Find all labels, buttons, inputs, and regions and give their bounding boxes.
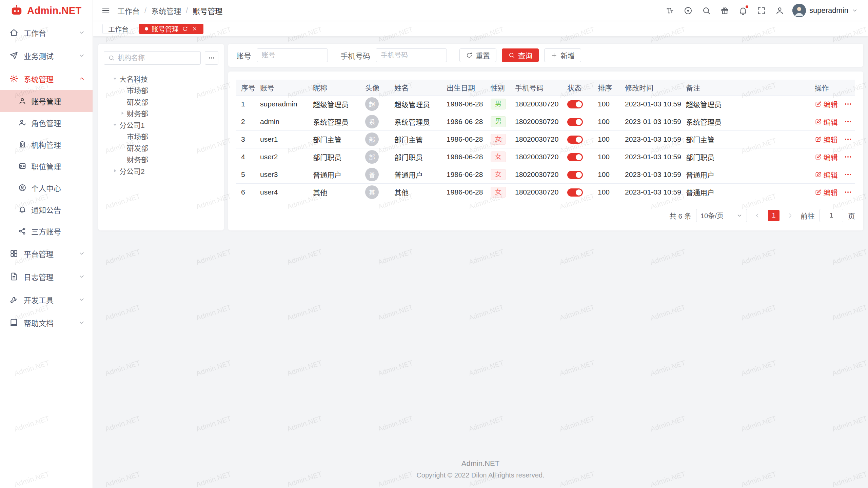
tree-more-button[interactable]: [205, 51, 218, 65]
caret-down-icon[interactable]: [111, 75, 119, 82]
breadcrumb-item-1[interactable]: 系统管理: [151, 5, 181, 16]
sidebar-subitem-2-0[interactable]: 账号管理: [0, 90, 93, 112]
sidebar-item-6[interactable]: 帮助文档: [0, 311, 93, 334]
logo[interactable]: Admin.NET: [0, 0, 93, 21]
sidebar-subitem-2-2[interactable]: 机构管理: [0, 134, 93, 155]
sidebar-subitem-2-6[interactable]: 三方账号: [0, 220, 93, 242]
breadcrumb-item-0[interactable]: 工作台: [117, 5, 140, 16]
column-header-10: 修改时间: [620, 80, 681, 95]
sidebar-subitem-2-1[interactable]: 角色管理: [0, 112, 93, 134]
reset-button[interactable]: 重置: [459, 48, 496, 62]
account-table: 序号账号昵称头像姓名出生日期性别手机号码状态排序修改时间备注操作1superad…: [236, 80, 855, 201]
caret-right-icon[interactable]: [111, 167, 119, 175]
edit-button[interactable]: 编辑: [815, 99, 838, 109]
tree-node-4[interactable]: 分公司1: [104, 119, 218, 130]
sidebar-subitem-2-3[interactable]: 职位管理: [0, 155, 93, 177]
sidebar-item-4[interactable]: 日志管理: [0, 265, 93, 288]
org-search-field[interactable]: [104, 51, 201, 65]
sidebar-item-5[interactable]: 开发工具: [0, 288, 93, 311]
status-toggle[interactable]: [567, 100, 583, 108]
user-menu[interactable]: superadmin: [792, 4, 858, 17]
search-icon: [702, 6, 711, 15]
prev-page-button[interactable]: [752, 210, 763, 221]
close-icon[interactable]: [192, 26, 198, 32]
tree-node-3[interactable]: 财务部: [104, 107, 218, 119]
phone-input[interactable]: [376, 48, 447, 62]
account-input[interactable]: [257, 48, 328, 62]
fullscreen-button[interactable]: [757, 6, 766, 15]
cell-avatar: 部: [360, 148, 390, 166]
tab-item-0[interactable]: 工作台: [102, 24, 134, 34]
tree-node-2[interactable]: 研发部: [104, 96, 218, 107]
row-more-button[interactable]: [844, 153, 852, 161]
org-tree-toolbar: [104, 51, 218, 65]
cell-name: 系统管理员: [390, 113, 442, 130]
edit-button[interactable]: 编辑: [815, 187, 838, 197]
tree-node-5[interactable]: 市场部: [104, 130, 218, 142]
sidebar-subitem-label: 通知公告: [31, 204, 93, 215]
caret-right-icon[interactable]: [119, 109, 126, 117]
sidebar-item-1[interactable]: 业务测试: [0, 44, 93, 67]
add-button[interactable]: 新增: [544, 48, 581, 62]
status-toggle[interactable]: [567, 153, 583, 161]
header: 工作台/系统管理/账号管理 superadmin: [93, 0, 868, 21]
edit-button[interactable]: 编辑: [815, 169, 838, 180]
gender-badge: 女: [491, 134, 506, 145]
bell-button[interactable]: [738, 6, 748, 15]
sidebar-item-2[interactable]: 系统管理: [0, 67, 93, 90]
status-toggle[interactable]: [567, 171, 583, 179]
row-more-button[interactable]: [844, 188, 852, 196]
goto-page-input[interactable]: [820, 209, 843, 222]
circle-dot-button[interactable]: [684, 6, 693, 15]
edit-button[interactable]: 编辑: [815, 117, 838, 127]
row-more-button[interactable]: [844, 118, 852, 126]
cell-sort: 100: [593, 148, 620, 166]
cell-avatar: 其: [360, 183, 390, 201]
tree-node-7[interactable]: 财务部: [104, 154, 218, 165]
search-button[interactable]: [702, 6, 711, 15]
page-1-button[interactable]: 1: [768, 210, 780, 221]
caret-down-icon[interactable]: [111, 121, 119, 128]
sidebar-item-label: 业务测试: [24, 50, 78, 61]
hamburger-menu-icon[interactable]: [101, 6, 111, 15]
table-row: 6user4其他其其他1986-06-28女180200307201002023…: [236, 183, 855, 201]
pagination: 共 6 条 10条/页 1 前往: [236, 209, 855, 222]
sidebar-subitem-2-4[interactable]: 个人中心: [0, 177, 93, 199]
tree-node-6[interactable]: 研发部: [104, 142, 218, 154]
edit-button[interactable]: 编辑: [815, 134, 838, 144]
font-size-button[interactable]: [665, 6, 674, 15]
person-button[interactable]: [775, 6, 784, 15]
status-toggle[interactable]: [567, 136, 583, 144]
column-header-9: 排序: [593, 80, 620, 95]
caret-placeholder: [119, 156, 126, 163]
row-more-button[interactable]: [844, 100, 852, 108]
sidebar: Admin.NET 工作台业务测试系统管理账号管理角色管理机构管理职位管理个人中…: [0, 0, 93, 488]
search-button[interactable]: 查询: [502, 48, 539, 62]
chevron-down-icon: [78, 29, 85, 36]
page-size-select[interactable]: 10条/页: [696, 209, 747, 222]
tree-node-label: 大名科技: [119, 74, 148, 84]
sidebar-item-3[interactable]: 平台管理: [0, 242, 93, 265]
org-search-input[interactable]: [118, 54, 196, 62]
tree-node-0[interactable]: 大名科技: [104, 73, 218, 84]
tree-node-label: 财务部: [127, 108, 148, 118]
column-header-12: 操作: [810, 80, 855, 95]
profile-icon: [18, 184, 26, 192]
status-toggle[interactable]: [567, 188, 583, 197]
edit-button[interactable]: 编辑: [815, 152, 838, 162]
row-more-button[interactable]: [844, 135, 852, 143]
notification-badge: [745, 5, 749, 9]
edit-icon: [815, 171, 822, 178]
tree-node-8[interactable]: 分公司2: [104, 165, 218, 177]
status-toggle[interactable]: [567, 118, 583, 126]
tab-item-1[interactable]: 账号管理: [139, 24, 203, 34]
sidebar-item-0[interactable]: 工作台: [0, 21, 93, 44]
gift-button[interactable]: [720, 6, 729, 15]
chevron-down-icon: [78, 52, 85, 59]
tree-node-1[interactable]: 市场部: [104, 84, 218, 96]
row-more-button[interactable]: [844, 170, 852, 179]
next-page-button[interactable]: [784, 210, 796, 221]
refresh-icon[interactable]: [182, 26, 188, 32]
sidebar-subitem-2-5[interactable]: 通知公告: [0, 199, 93, 220]
cell-avatar: 部: [360, 130, 390, 148]
